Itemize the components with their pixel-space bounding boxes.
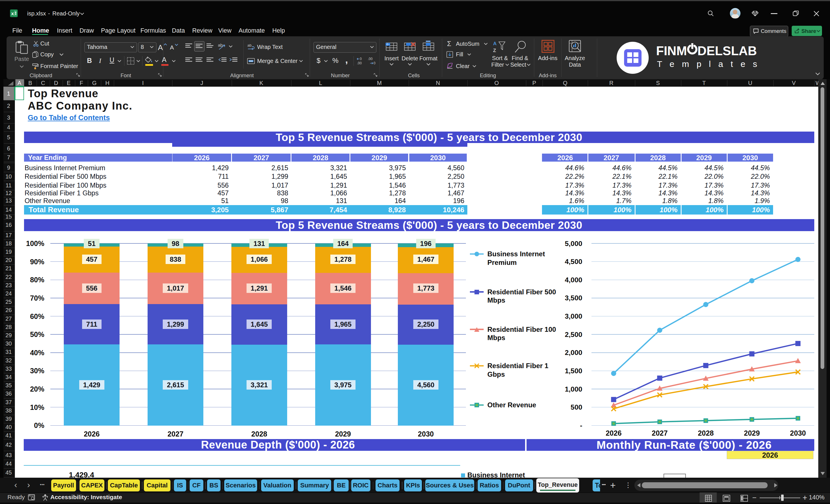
svg-text:.00: .00: [368, 57, 373, 61]
svg-text:0: 0: [360, 57, 362, 61]
svg-text:ab: ab: [247, 43, 251, 48]
svg-text:A: A: [493, 41, 497, 46]
svg-text:ab: ab: [218, 43, 223, 48]
svg-text:.00: .00: [357, 61, 362, 65]
svg-text:Z: Z: [493, 48, 496, 53]
